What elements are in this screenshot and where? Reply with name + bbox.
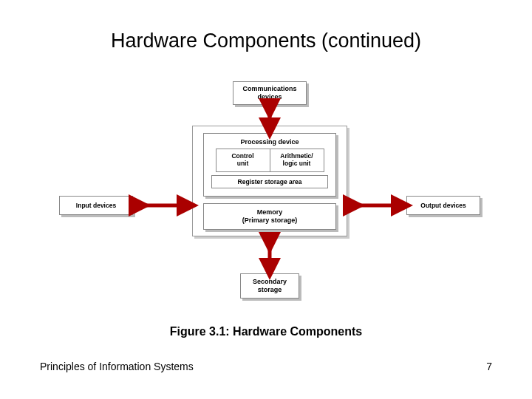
label: Input devices	[76, 202, 116, 210]
label: devices	[257, 93, 282, 101]
slide: Hardware Components (continued) Communic…	[0, 0, 532, 399]
footer-source: Principles of Information Systems	[40, 361, 194, 372]
label: logic unit	[283, 160, 311, 167]
label: Arithmetic/	[280, 152, 313, 160]
label: Communications	[242, 85, 296, 93]
box-alu: Arithmetic/ logic unit	[270, 149, 324, 172]
box-secondary: Secondary storage	[240, 273, 299, 299]
label: unit	[237, 160, 249, 167]
label: Output devices	[420, 202, 466, 210]
box-control-unit: Control unit	[216, 149, 270, 172]
slide-title: Hardware Components (continued)	[0, 30, 532, 52]
label: Memory	[257, 208, 283, 216]
box-memory: Memory (Primary storage)	[203, 203, 336, 230]
arrow-comm-proc	[265, 105, 275, 133]
box-register: Register storage area	[211, 175, 328, 188]
box-output: Output devices	[406, 196, 480, 215]
arrow-input-proc	[135, 200, 192, 211]
hardware-diagram: Communications devices Processing device…	[44, 81, 488, 310]
box-input: Input devices	[59, 196, 133, 215]
box-processing: Processing device Control unit Arithmeti…	[203, 133, 336, 197]
arrow-mem-secondary	[265, 239, 275, 273]
label: Register storage area	[238, 178, 302, 185]
arrow-proc-output	[349, 200, 406, 211]
page-number: 7	[486, 361, 492, 372]
label-processing: Processing device	[211, 138, 328, 146]
figure-caption: Figure 3.1: Hardware Components	[0, 325, 532, 338]
cpu-inner-row: Control unit Arithmetic/ logic unit	[211, 149, 328, 172]
label: storage	[258, 286, 282, 294]
box-communications: Communications devices	[233, 81, 307, 105]
label: (Primary storage)	[242, 216, 298, 225]
label: Control	[231, 152, 253, 160]
label: Secondary	[253, 278, 287, 286]
